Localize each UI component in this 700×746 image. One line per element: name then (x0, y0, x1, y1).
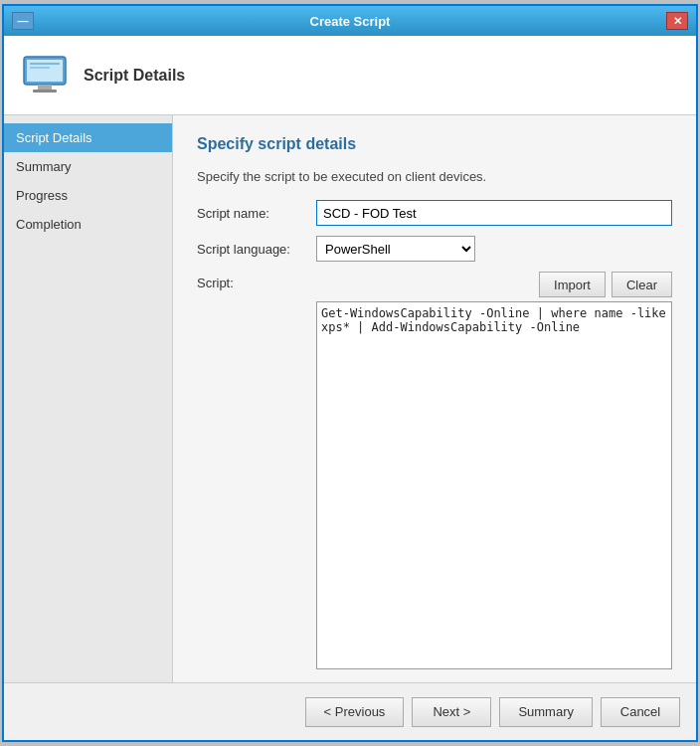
header-icon (20, 51, 70, 100)
footer: < Previous Next > Summary Cancel (4, 682, 696, 740)
script-language-row: Script language: PowerShell VBScript Jav… (197, 236, 672, 262)
sidebar-item-script-details[interactable]: Script Details (4, 123, 172, 152)
svg-rect-4 (30, 63, 60, 65)
sidebar-item-summary[interactable]: Summary (4, 152, 172, 181)
close-button[interactable]: ✕ (666, 12, 688, 30)
previous-button[interactable]: < Previous (305, 697, 405, 727)
script-name-label: Script name: (197, 206, 316, 221)
content-title: Specify script details (197, 135, 672, 153)
cancel-button[interactable]: Cancel (601, 697, 680, 727)
script-language-select[interactable]: PowerShell VBScript JavaScript (316, 236, 475, 262)
svg-rect-3 (33, 90, 57, 93)
main-window: — Create Script ✕ Script Details Script … (2, 4, 698, 742)
sidebar: Script Details Summary Progress Completi… (4, 115, 173, 682)
title-bar-right-controls: ✕ (666, 12, 688, 30)
script-language-label: Script language: (197, 242, 316, 257)
main-area: Script Details Summary Progress Completi… (4, 115, 696, 682)
content-area: Specify script details Specify the scrip… (173, 115, 696, 682)
clear-button[interactable]: Clear (612, 272, 672, 297)
next-button[interactable]: Next > (412, 697, 491, 727)
sidebar-item-completion[interactable]: Completion (4, 210, 172, 239)
svg-rect-5 (30, 67, 50, 69)
import-button[interactable]: Import (539, 272, 606, 297)
title-bar-left-controls: — (12, 12, 34, 30)
header-area: Script Details (4, 36, 696, 115)
window-title: Create Script (34, 14, 666, 29)
script-buttons-row: Import Clear (316, 272, 672, 297)
script-textarea[interactable]: Get-WindowsCapability -Online | where na… (316, 301, 672, 669)
script-name-row: Script name: (197, 200, 672, 226)
script-textarea-wrapper: Import Clear Get-WindowsCapability -Onli… (316, 272, 672, 669)
title-bar: — Create Script ✕ (4, 6, 696, 36)
content-description: Specify the script to be executed on cli… (197, 169, 672, 184)
summary-button[interactable]: Summary (499, 697, 593, 727)
minimize-button[interactable]: — (12, 12, 34, 30)
script-row: Script: Import Clear Get-WindowsCapabili… (197, 272, 672, 669)
header-title: Script Details (84, 67, 185, 85)
svg-rect-2 (38, 85, 52, 90)
sidebar-item-progress[interactable]: Progress (4, 181, 172, 210)
script-label: Script: (197, 272, 316, 290)
script-name-input[interactable] (316, 200, 672, 226)
